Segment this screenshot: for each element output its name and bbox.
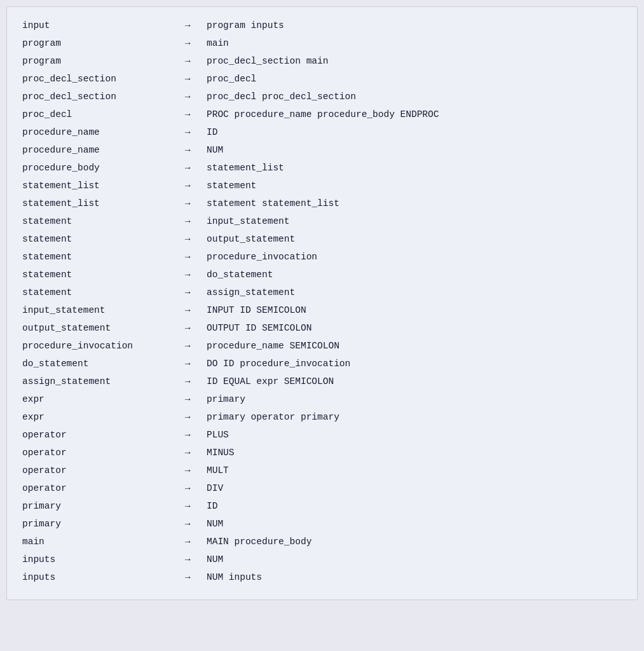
grammar-arrow: → [168, 161, 207, 175]
grammar-arrow: → [168, 303, 207, 318]
grammar-rhs: ID [207, 499, 622, 514]
grammar-lhs: proc_decl_section [22, 72, 168, 86]
grammar-rhs: main [207, 36, 622, 51]
grammar-arrow: → [168, 143, 207, 158]
grammar-row: procedure_name→NUM [22, 143, 622, 161]
grammar-rhs: output_statement [207, 232, 622, 247]
grammar-rhs: NUM inputs [207, 570, 622, 585]
grammar-row: statement→procedure_invocation [22, 250, 622, 268]
grammar-lhs: inputs [22, 570, 168, 585]
grammar-row: statement→assign_statement [22, 285, 622, 303]
grammar-row: proc_decl→PROC procedure_name procedure_… [22, 107, 622, 125]
grammar-lhs: operator [22, 481, 168, 496]
grammar-row: statement_list→statement [22, 179, 622, 196]
grammar-arrow: → [168, 499, 207, 514]
grammar-rhs: proc_decl proc_decl_section [207, 90, 622, 104]
grammar-arrow: → [168, 374, 207, 389]
grammar-lhs: output_statement [22, 321, 168, 336]
grammar-rhs: procedure_name SEMICOLON [207, 339, 622, 353]
grammar-arrow: → [168, 535, 207, 549]
grammar-lhs: statement_list [22, 179, 168, 193]
grammar-rhs: NUM [207, 517, 622, 531]
grammar-lhs: main [22, 535, 168, 549]
grammar-arrow: → [168, 339, 207, 353]
grammar-arrow: → [168, 552, 207, 567]
grammar-row: proc_decl_section→proc_decl proc_decl_se… [22, 90, 622, 107]
grammar-rhs: MAIN procedure_body [207, 535, 622, 549]
grammar-lhs: procedure_name [22, 125, 168, 140]
grammar-row: primary→ID [22, 499, 622, 517]
grammar-arrow: → [168, 36, 207, 51]
grammar-row: procedure_name→ID [22, 125, 622, 143]
grammar-rhs: PLUS [207, 428, 622, 442]
grammar-rhs: NUM [207, 143, 622, 158]
grammar-rhs: do_statement [207, 268, 622, 282]
grammar-rhs: MULT [207, 463, 622, 478]
grammar-lhs: proc_decl [22, 107, 168, 122]
grammar-lhs: operator [22, 428, 168, 442]
grammar-arrow: → [168, 285, 207, 300]
grammar-arrow: → [168, 268, 207, 282]
grammar-arrow: → [168, 463, 207, 478]
grammar-rhs: proc_decl_section main [207, 54, 622, 69]
grammar-lhs: proc_decl_section [22, 90, 168, 104]
grammar-row: input_statement→INPUT ID SEMICOLON [22, 303, 622, 321]
grammar-arrow: → [168, 90, 207, 104]
grammar-lhs: statement [22, 232, 168, 247]
grammar-arrow: → [168, 357, 207, 371]
grammar-rhs: PROC procedure_name procedure_body ENDPR… [207, 107, 622, 122]
grammar-arrow: → [168, 107, 207, 122]
grammar-row: operator→PLUS [22, 428, 622, 446]
grammar-row: operator→MULT [22, 463, 622, 481]
grammar-arrow: → [168, 232, 207, 247]
grammar-arrow: → [168, 72, 207, 86]
grammar-arrow: → [168, 410, 207, 425]
grammar-arrow: → [168, 481, 207, 496]
grammar-row: expr→primary [22, 392, 622, 410]
grammar-rhs: OUTPUT ID SEMICOLON [207, 321, 622, 336]
grammar-row: procedure_invocation→procedure_name SEMI… [22, 339, 622, 357]
grammar-rhs: statement statement_list [207, 196, 622, 211]
grammar-lhs: procedure_body [22, 161, 168, 175]
grammar-lhs: primary [22, 499, 168, 514]
grammar-arrow: → [168, 179, 207, 193]
grammar-lhs: operator [22, 446, 168, 460]
grammar-rhs: statement [207, 179, 622, 193]
grammar-arrow: → [168, 214, 207, 229]
grammar-row: program→proc_decl_section main [22, 54, 622, 72]
grammar-rhs: DIV [207, 481, 622, 496]
grammar-lhs: procedure_invocation [22, 339, 168, 353]
grammar-lhs: assign_statement [22, 374, 168, 389]
grammar-lhs: statement [22, 268, 168, 282]
grammar-row: do_statement→DO ID procedure_invocation [22, 357, 622, 374]
grammar-table: input→program inputsprogram→mainprogram→… [6, 6, 638, 600]
grammar-row: statement→input_statement [22, 214, 622, 232]
grammar-rhs: procedure_invocation [207, 250, 622, 264]
grammar-lhs: expr [22, 410, 168, 425]
grammar-rhs: assign_statement [207, 285, 622, 300]
grammar-arrow: → [168, 125, 207, 140]
grammar-arrow: → [168, 196, 207, 211]
grammar-row: procedure_body→statement_list [22, 161, 622, 179]
grammar-lhs: input [22, 18, 168, 33]
grammar-row: expr→primary operator primary [22, 410, 622, 428]
grammar-row: statement→do_statement [22, 268, 622, 285]
grammar-arrow: → [168, 250, 207, 264]
grammar-lhs: do_statement [22, 357, 168, 371]
grammar-lhs: primary [22, 517, 168, 531]
grammar-lhs: statement [22, 250, 168, 264]
grammar-lhs: procedure_name [22, 143, 168, 158]
grammar-arrow: → [168, 54, 207, 69]
grammar-row: primary→NUM [22, 517, 622, 535]
grammar-row: statement→output_statement [22, 232, 622, 250]
grammar-row: statement_list→statement statement_list [22, 196, 622, 214]
grammar-row: operator→DIV [22, 481, 622, 499]
grammar-rhs: primary [207, 392, 622, 407]
grammar-rhs: NUM [207, 552, 622, 567]
grammar-arrow: → [168, 321, 207, 336]
grammar-row: assign_statement→ID EQUAL expr SEMICOLON [22, 374, 622, 392]
grammar-arrow: → [168, 428, 207, 442]
grammar-arrow: → [168, 392, 207, 407]
grammar-rhs: proc_decl [207, 72, 622, 86]
grammar-rhs: program inputs [207, 18, 622, 33]
